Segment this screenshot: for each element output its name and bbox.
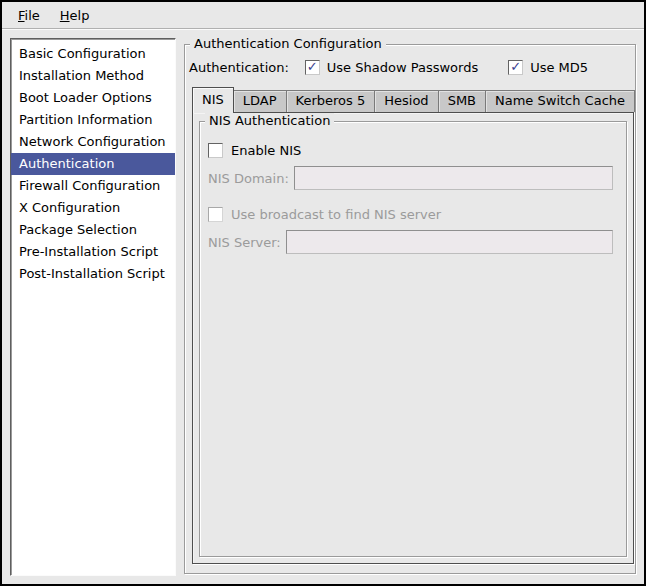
- tab-nis[interactable]: NIS: [192, 87, 234, 113]
- use-shadow-passwords-checkbox[interactable]: ✓: [305, 60, 320, 75]
- sidebar-item-package-selection[interactable]: Package Selection: [11, 219, 175, 241]
- authentication-options-row: Authentication: ✓ Use Shadow Passwords ✓…: [189, 56, 631, 78]
- sidebar-item-firewall-configuration[interactable]: Firewall Configuration: [11, 175, 175, 197]
- menubar-separator: [2, 28, 644, 30]
- sidebar-item-authentication[interactable]: Authentication: [11, 153, 175, 175]
- nis-server-input: [286, 230, 613, 254]
- sidebar-item-pre-installation-script[interactable]: Pre-Installation Script: [11, 241, 175, 263]
- nis-server-label: NIS Server:: [208, 235, 281, 250]
- menu-help-rest: elp: [70, 8, 90, 23]
- nis-server-row: NIS Server:: [208, 230, 618, 254]
- sidebar-item-installation-method[interactable]: Installation Method: [11, 65, 175, 87]
- authentication-row-label: Authentication:: [189, 60, 289, 75]
- tab-ldap[interactable]: LDAP: [233, 90, 287, 112]
- menu-help[interactable]: Help: [50, 5, 100, 26]
- nis-tab-page: NIS Authentication Enable NIS NIS Domain…: [192, 112, 634, 564]
- tab-smb[interactable]: SMB: [438, 90, 486, 112]
- broadcast-row: Use broadcast to find NIS server: [208, 202, 618, 226]
- enable-nis-checkbox[interactable]: [208, 143, 223, 158]
- nis-authentication-frame: NIS Authentication Enable NIS NIS Domain…: [199, 121, 627, 557]
- sidebar-item-post-installation-script[interactable]: Post-Installation Script: [11, 263, 175, 285]
- enable-nis-label: Enable NIS: [231, 143, 301, 158]
- nis-authentication-frame-title: NIS Authentication: [205, 113, 334, 128]
- menu-file[interactable]: File: [8, 5, 50, 26]
- tab-kerberos-5[interactable]: Kerberos 5: [286, 90, 376, 112]
- tab-name-switch-cache[interactable]: Name Switch Cache: [485, 90, 635, 112]
- use-shadow-passwords-label: Use Shadow Passwords: [327, 60, 478, 75]
- menu-file-rest: ile: [25, 8, 40, 23]
- sidebar-item-partition-information[interactable]: Partition Information: [11, 109, 175, 131]
- tab-bar: NIS LDAP Kerberos 5 Hesiod SMB Name Swit…: [192, 86, 634, 112]
- use-md5-label: Use MD5: [530, 60, 588, 75]
- nis-domain-row: NIS Domain:: [208, 166, 618, 190]
- menu-help-accel: H: [60, 8, 70, 23]
- authentication-configuration-frame-title: Authentication Configuration: [190, 36, 386, 51]
- sidebar-item-basic-configuration[interactable]: Basic Configuration: [11, 43, 175, 65]
- enable-nis-row: Enable NIS: [208, 138, 618, 162]
- checkmark-icon: ✓: [307, 60, 318, 73]
- use-broadcast-checkbox: [208, 207, 223, 222]
- use-md5-option: ✓ Use MD5: [508, 60, 588, 75]
- checkmark-icon: ✓: [510, 60, 521, 73]
- kickstart-configurator-window: File Help Basic Configuration Installati…: [0, 0, 646, 586]
- authentication-notebook: NIS LDAP Kerberos 5 Hesiod SMB Name Swit…: [192, 86, 634, 564]
- use-broadcast-label: Use broadcast to find NIS server: [231, 207, 441, 222]
- menubar: File Help: [2, 2, 644, 28]
- section-list: Basic Configuration Installation Method …: [10, 38, 176, 576]
- use-md5-checkbox[interactable]: ✓: [508, 60, 523, 75]
- nis-domain-input: [294, 166, 613, 190]
- sidebar-item-boot-loader-options[interactable]: Boot Loader Options: [11, 87, 175, 109]
- use-shadow-passwords-option: ✓ Use Shadow Passwords: [305, 60, 478, 75]
- nis-domain-label: NIS Domain:: [208, 171, 289, 186]
- sidebar-item-network-configuration[interactable]: Network Configuration: [11, 131, 175, 153]
- tab-hesiod[interactable]: Hesiod: [374, 90, 438, 112]
- sidebar-item-x-configuration[interactable]: X Configuration: [11, 197, 175, 219]
